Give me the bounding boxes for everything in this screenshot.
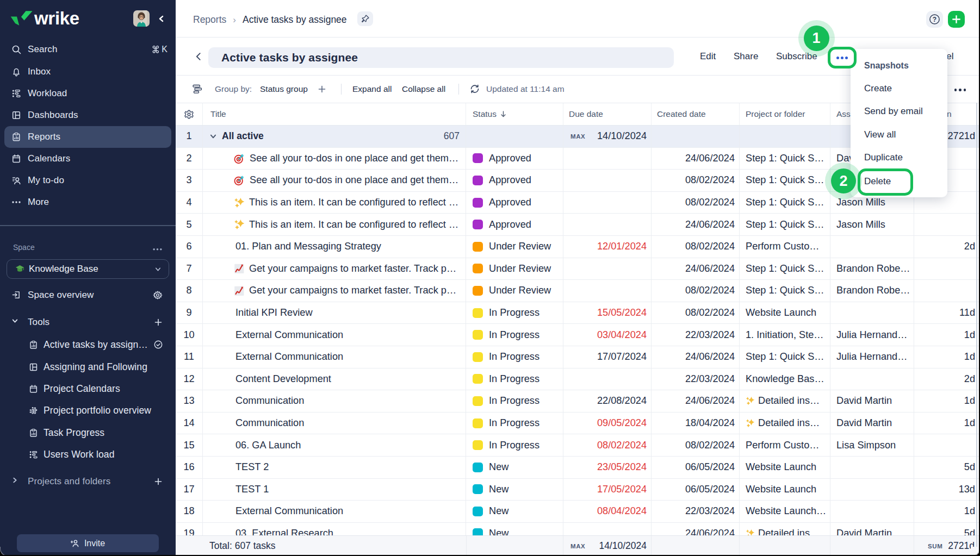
- svg-text:?: ?: [933, 16, 936, 23]
